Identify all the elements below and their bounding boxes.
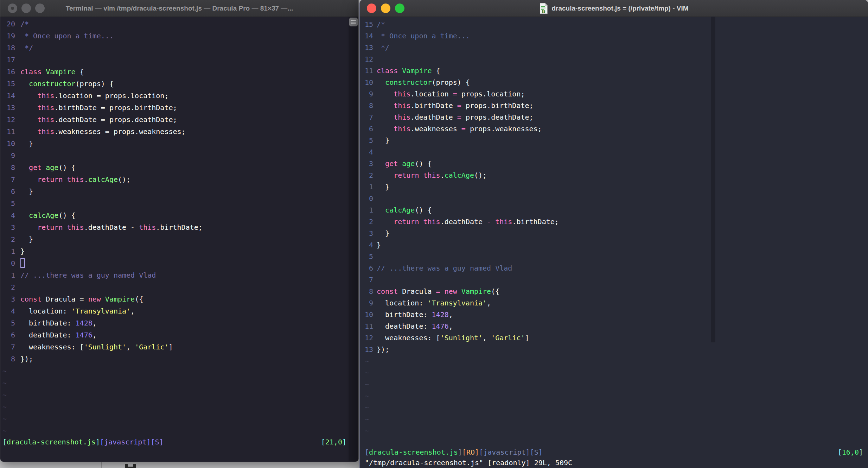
line-number: 12 xyxy=(365,53,373,65)
line-number: 1 xyxy=(2,269,15,281)
line-number: 14 xyxy=(2,90,15,102)
line-number: 10 xyxy=(365,309,373,321)
line-number: 5 xyxy=(2,317,15,329)
code-line: 4 location: 'Transylvania', xyxy=(2,305,348,317)
code-line: 8 this.birthDate = props.birthDate; xyxy=(365,100,862,112)
line-number: 11 xyxy=(365,65,373,77)
line-number: 2 xyxy=(365,170,373,181)
line-number: 8 xyxy=(2,353,15,365)
line-number: 3 xyxy=(365,158,373,170)
line-number: 13 xyxy=(365,42,373,53)
code-line: 5 xyxy=(2,197,348,209)
empty-line-tilde: ~ xyxy=(2,413,348,425)
line-number: 1 xyxy=(365,181,373,193)
empty-line-tilde: ~ xyxy=(365,425,862,437)
line-number: 5 xyxy=(365,135,373,146)
line-number: 8 xyxy=(2,162,15,173)
terminal-vim-statusline: [dracula-screenshot.js][javascript][S] [… xyxy=(2,436,346,448)
code-line: 2 xyxy=(2,281,348,293)
code-line: 13 this.birthDate = props.birthDate; xyxy=(2,102,348,114)
terminal-window-title: Terminal — vim /tmp/dracula-screenshot.j… xyxy=(53,0,306,17)
empty-line-tilde: ~ xyxy=(365,390,862,402)
code-line: 3 } xyxy=(365,228,862,239)
empty-line-tilde: ~ xyxy=(2,377,348,389)
line-number: 3 xyxy=(2,221,15,233)
code-line: 2 return this.deathDate - this.birthDate… xyxy=(365,216,862,228)
line-number: 14 xyxy=(365,30,373,42)
code-line: 15 constructor(props) { xyxy=(2,78,348,90)
code-line: 9 location: 'Transylvania', xyxy=(365,297,862,309)
terminal-scrollbar-widget[interactable] xyxy=(349,18,358,26)
code-line: 9 this.location = props.location; xyxy=(365,88,862,100)
minimize-button[interactable] xyxy=(381,4,390,13)
statusline-cursor-position: [21,0] xyxy=(321,436,346,448)
statusline-cursor-position: [16,0] xyxy=(838,447,863,457)
line-number: 0 xyxy=(365,193,373,204)
code-line: 6 } xyxy=(2,185,348,197)
code-line: 3 return this.deathDate - this.birthDate… xyxy=(2,221,348,233)
line-number: 19 xyxy=(2,30,15,42)
minimize-button[interactable] xyxy=(21,4,31,13)
terminal-vim-commandline xyxy=(2,448,346,460)
code-line: 6 deathDate: 1476, xyxy=(2,329,348,341)
line-number: 6 xyxy=(365,263,373,274)
code-line: 11 deathDate: 1476, xyxy=(365,321,862,332)
zoom-button[interactable] xyxy=(395,4,404,13)
line-number: 7 xyxy=(365,112,373,123)
line-number: 10 xyxy=(2,138,15,150)
line-number: 9 xyxy=(365,88,373,100)
line-number: 6 xyxy=(2,185,15,197)
close-button[interactable] xyxy=(8,4,17,13)
empty-line-tilde: ~ xyxy=(365,355,862,367)
code-line: 4} xyxy=(365,239,862,251)
zoom-button[interactable] xyxy=(35,4,45,13)
line-number: 0 xyxy=(2,257,15,269)
line-number: 2 xyxy=(2,281,15,293)
code-line: 14 * Once upon a time... xyxy=(365,30,862,42)
line-number: 7 xyxy=(2,173,15,185)
code-line: 1} xyxy=(2,245,348,257)
line-number: 6 xyxy=(365,123,373,135)
line-number: 15 xyxy=(2,78,15,90)
line-number: 2 xyxy=(365,216,373,228)
line-number: 16 xyxy=(2,66,15,78)
code-line: 8const Dracula = new Vampire({ xyxy=(365,286,862,297)
code-line: 7 return this.calcAge(); xyxy=(2,173,348,185)
code-line: 18 */ xyxy=(2,42,348,54)
code-line: 19 * Once upon a time... xyxy=(2,30,348,42)
code-line: 10 birthDate: 1428, xyxy=(365,309,862,321)
js-file-icon: JS xyxy=(539,3,548,14)
line-number: 12 xyxy=(365,332,373,344)
close-button[interactable] xyxy=(367,4,376,13)
code-line: 7 weaknesses: ['Sunlight', 'Garlic'] xyxy=(2,341,348,353)
macvim-window-title: JS dracula-screenshot.js = (/private/tmp… xyxy=(413,0,815,17)
terminal-scrollbar[interactable] xyxy=(349,17,358,461)
macvim-window: JS dracula-screenshot.js = (/private/tmp… xyxy=(359,0,868,468)
macvim-commandline: "/tmp/dracula-screenshot.js" [readonly] … xyxy=(365,457,863,468)
code-line: 7 xyxy=(365,274,862,286)
code-line: 16class Vampire { xyxy=(2,66,348,78)
code-line: 9 xyxy=(2,150,348,162)
macvim-scrollbar-thumb[interactable] xyxy=(711,17,715,342)
line-number: 8 xyxy=(365,286,373,297)
code-line: 1// ...there was a guy named Vlad xyxy=(2,269,348,281)
background-letter-fragment xyxy=(125,467,136,468)
macvim-buffer[interactable]: 15/*14 * Once upon a time...13 */1211cla… xyxy=(360,17,868,446)
terminal-vim-buffer[interactable]: 20/*19 * Once upon a time...18 */1716cla… xyxy=(0,17,358,435)
line-number: 4 xyxy=(2,305,15,317)
code-line: 10 constructor(props) { xyxy=(365,77,862,88)
line-number: 15 xyxy=(365,19,373,30)
edited-dot-icon xyxy=(11,7,14,10)
code-line: 6 this.weaknesses = props.weaknesses; xyxy=(365,123,862,135)
vim-cursor xyxy=(20,258,25,268)
statusline-file-info: [dracula-screenshot.js][RO][javascript][… xyxy=(365,447,543,457)
line-number: 2 xyxy=(2,233,15,245)
svg-text:JS: JS xyxy=(542,10,545,13)
line-number: 13 xyxy=(365,344,373,355)
terminal-titlebar[interactable]: Terminal — vim /tmp/dracula-screenshot.j… xyxy=(0,0,358,17)
macvim-titlebar[interactable]: JS dracula-screenshot.js = (/private/tmp… xyxy=(360,0,868,17)
empty-line-tilde: ~ xyxy=(2,365,348,377)
code-line: 4 calcAge() { xyxy=(2,209,348,221)
line-number: 18 xyxy=(2,42,15,54)
empty-line-tilde: ~ xyxy=(365,402,862,413)
